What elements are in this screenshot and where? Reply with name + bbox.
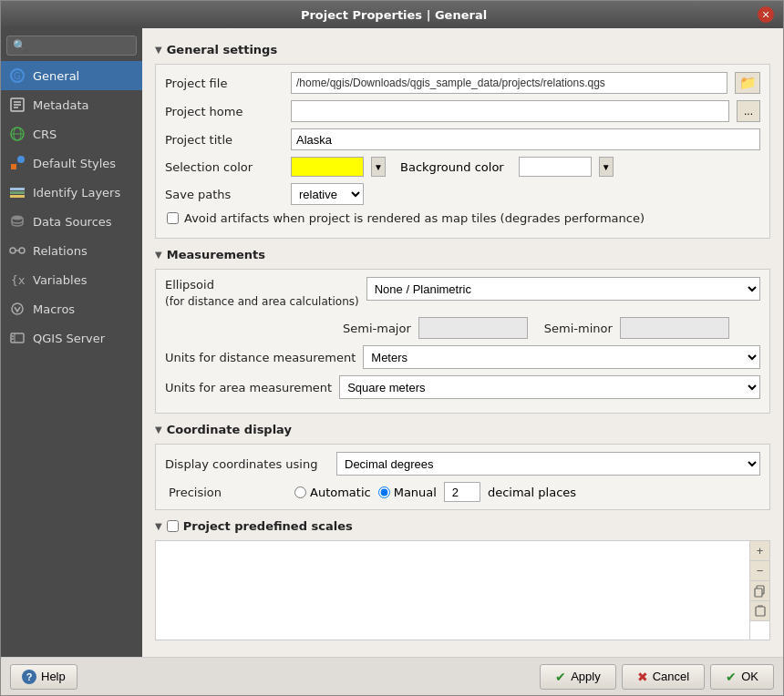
avoid-artifacts-row: Avoid artifacts when project is rendered… — [165, 211, 760, 225]
selection-color-label: Selection color — [165, 160, 284, 174]
svg-point-22 — [12, 335, 14, 337]
sidebar-item-metadata[interactable]: Metadata — [1, 90, 142, 119]
sidebar-item-label: Macros — [33, 302, 75, 316]
save-paths-select[interactable]: relative absolute — [291, 183, 364, 205]
svg-rect-20 — [11, 333, 24, 343]
action-buttons: ✔ Apply ✖ Cancel ✔ OK — [540, 664, 774, 690]
general-settings-title: General settings — [167, 43, 277, 56]
project-home-dots-button[interactable]: ... — [737, 100, 760, 122]
coordinate-display-header: ▼ Coordinate display — [155, 423, 770, 436]
svg-point-14 — [12, 216, 23, 220]
apply-button[interactable]: ✔ Apply — [540, 664, 616, 690]
sidebar-item-label: General — [33, 69, 79, 83]
paste-scale-button[interactable] — [750, 601, 769, 621]
apply-check-icon: ✔ — [555, 670, 566, 684]
macros-icon — [8, 300, 26, 318]
project-title-label: Project title — [165, 133, 284, 147]
semi-minor-input[interactable] — [620, 317, 729, 339]
color-row: Selection color ▼ Background color ▼ — [165, 157, 760, 177]
close-button[interactable]: ✕ — [758, 6, 774, 23]
background-color-button[interactable] — [519, 157, 592, 177]
scales-collapse-triangle[interactable]: ▼ — [155, 521, 162, 531]
default-styles-icon — [8, 154, 26, 172]
copy-scale-button[interactable] — [750, 581, 769, 601]
sidebar-item-label: Variables — [33, 273, 87, 287]
general-settings-box: Project file 📁 Project home ... Project … — [155, 64, 770, 239]
ok-button[interactable]: ✔ OK — [710, 664, 774, 690]
sidebar-item-label: Relations — [33, 244, 88, 258]
add-scale-button[interactable]: + — [750, 541, 769, 561]
manual-label: Manual — [394, 486, 437, 499]
general-settings-header: ▼ General settings — [155, 43, 770, 56]
automatic-radio-label[interactable]: Automatic — [294, 486, 371, 499]
measurements-title: Measurements — [167, 248, 265, 261]
selection-color-dropdown[interactable]: ▼ — [371, 157, 386, 177]
project-home-row: Project home ... — [165, 100, 760, 122]
sidebar-item-variables[interactable]: {x} Variables — [1, 265, 142, 294]
cancel-button[interactable]: ✖ Cancel — [622, 664, 705, 690]
semi-major-input[interactable] — [418, 317, 528, 339]
distance-row: Units for distance measurement Meters — [165, 345, 760, 369]
sidebar-item-identify-layers[interactable]: Identify Layers — [1, 178, 142, 207]
sidebar: 🔍 G General Metadata CRS — [1, 28, 142, 657]
background-color-label: Background color — [400, 160, 504, 174]
help-label: Help — [41, 670, 66, 683]
sidebar-item-label: QGIS Server — [33, 332, 105, 345]
search-input[interactable] — [30, 39, 130, 52]
relations-icon — [8, 241, 26, 260]
predefined-scales-checkbox[interactable] — [167, 520, 179, 532]
save-paths-label: Save paths — [165, 188, 284, 201]
svg-text:{x}: {x} — [11, 273, 26, 287]
scales-list — [156, 541, 749, 640]
automatic-label: Automatic — [310, 486, 371, 499]
avoid-artifacts-checkbox[interactable] — [167, 212, 179, 224]
svg-rect-12 — [10, 191, 25, 194]
ok-label: OK — [741, 670, 758, 683]
manual-radio[interactable] — [378, 486, 390, 498]
distance-select[interactable]: Meters — [363, 345, 760, 369]
background-color-dropdown[interactable]: ▼ — [599, 157, 614, 177]
display-coords-select[interactable]: Decimal degrees — [336, 452, 760, 476]
coord-collapse-triangle[interactable]: ▼ — [155, 425, 162, 435]
sidebar-item-crs[interactable]: CRS — [1, 119, 142, 148]
cancel-label: Cancel — [653, 670, 689, 683]
project-file-input[interactable] — [291, 72, 727, 94]
sidebar-item-macros[interactable]: Macros — [1, 294, 142, 323]
predefined-scales-header: ▼ Project predefined scales — [155, 519, 770, 533]
collapse-triangle[interactable]: ▼ — [155, 45, 162, 55]
bottom-bar: ? Help ✔ Apply ✖ Cancel ✔ OK — [1, 657, 783, 695]
selection-color-button[interactable] — [291, 157, 364, 177]
predefined-scales-title: Project predefined scales — [183, 519, 353, 533]
automatic-radio[interactable] — [294, 486, 306, 498]
ellipsoid-select[interactable]: None / Planimetric — [366, 277, 760, 301]
project-title-input[interactable] — [291, 128, 760, 150]
precision-row: Precision Automatic Manual decimal place… — [165, 482, 760, 502]
svg-point-10 — [17, 156, 25, 163]
avoid-artifacts-label: Avoid artifacts when project is rendered… — [184, 211, 645, 225]
sidebar-item-label: CRS — [33, 128, 57, 141]
project-file-row: Project file 📁 — [165, 72, 760, 94]
area-select[interactable]: Square meters — [339, 375, 760, 399]
remove-scale-button[interactable]: − — [750, 561, 769, 581]
ellipsoid-row: Ellipsoid(for distance and area calculat… — [165, 277, 760, 310]
area-row: Units for area measurement Square meters — [165, 375, 760, 399]
svg-rect-13 — [10, 195, 25, 198]
svg-point-23 — [12, 338, 14, 340]
sidebar-item-default-styles[interactable]: Default Styles — [1, 148, 142, 178]
search-box[interactable]: 🔍 — [6, 36, 137, 56]
svg-text:G: G — [14, 71, 21, 81]
semi-major-label: Semi-major — [343, 322, 411, 335]
measurements-collapse-triangle[interactable]: ▼ — [155, 250, 162, 260]
sidebar-item-relations[interactable]: Relations — [1, 236, 142, 265]
help-button[interactable]: ? Help — [10, 664, 77, 690]
sidebar-item-data-sources[interactable]: Data Sources — [1, 207, 142, 236]
project-file-browse-button[interactable]: 📁 — [735, 72, 760, 94]
precision-label: Precision — [169, 486, 287, 499]
manual-radio-label[interactable]: Manual — [378, 486, 437, 499]
apply-label: Apply — [571, 670, 601, 683]
precision-spinbox[interactable] — [444, 482, 480, 502]
sidebar-item-qgis-server[interactable]: QGIS Server — [1, 323, 142, 353]
project-home-input[interactable] — [291, 100, 729, 122]
sidebar-item-general[interactable]: G General — [1, 61, 142, 90]
svg-point-16 — [19, 248, 25, 253]
